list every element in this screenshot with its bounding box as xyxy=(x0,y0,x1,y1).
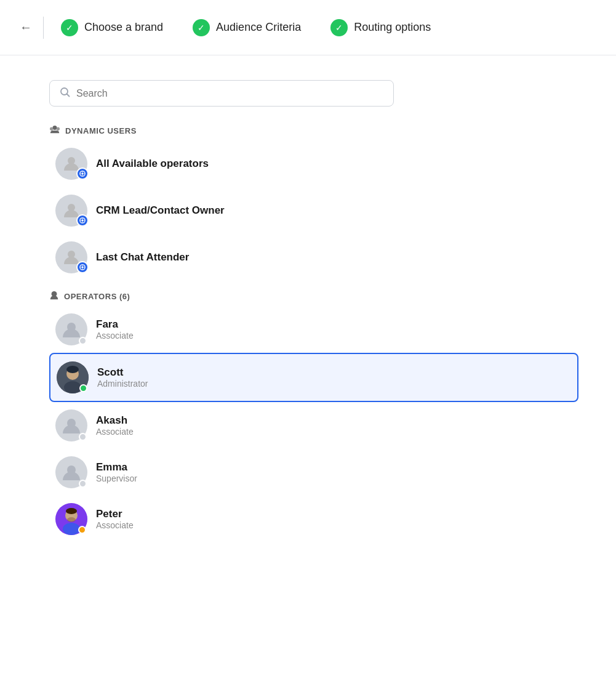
list-item-scott[interactable]: Scott Administrator xyxy=(49,353,578,402)
steps-nav: ✓ Choose a brand ✓ Audience Criteria ✓ R… xyxy=(61,19,431,36)
avatar-akash xyxy=(55,409,87,441)
avatar-emma xyxy=(55,456,87,488)
item-name-crm-lead: CRM Lead/Contact Owner xyxy=(96,204,225,217)
svg-point-38 xyxy=(67,517,76,522)
item-name-scott: Scott xyxy=(97,366,148,379)
back-button[interactable]: ← xyxy=(20,20,32,34)
item-text-all-available: All Available operators xyxy=(96,158,209,170)
svg-point-31 xyxy=(66,366,79,373)
search-input[interactable] xyxy=(76,88,383,99)
item-role-fara: Associate xyxy=(96,331,134,341)
operators-section: OPERATORS (6) Fara Associate xyxy=(49,291,578,542)
item-name-peter: Peter xyxy=(96,508,134,520)
item-role-emma: Supervisor xyxy=(96,474,137,483)
item-name-fara: Fara xyxy=(96,318,134,331)
item-text-akash: Akash Associate xyxy=(96,414,134,437)
svg-point-7 xyxy=(81,172,83,174)
list-item-all-available[interactable]: All Available operators xyxy=(49,140,578,187)
avatar-last-chat xyxy=(55,241,87,273)
step-label-2: Audience Criteria xyxy=(216,21,301,34)
svg-point-3 xyxy=(57,127,60,131)
svg-line-1 xyxy=(67,94,70,97)
status-dot-peter xyxy=(78,526,86,534)
item-text-crm-lead: CRM Lead/Contact Owner xyxy=(96,204,225,217)
item-text-emma: Emma Supervisor xyxy=(96,461,137,483)
dynamic-badge-all-available xyxy=(76,167,89,180)
avatar-crm-lead xyxy=(55,195,87,227)
svg-point-14 xyxy=(81,219,83,221)
header-divider xyxy=(43,17,44,39)
list-item-emma[interactable]: Emma Supervisor xyxy=(49,449,578,496)
item-name-last-chat: Last Chat Attender xyxy=(96,251,189,264)
svg-point-4 xyxy=(50,127,53,131)
svg-point-36 xyxy=(63,523,80,535)
dynamic-users-label: DYNAMIC USERS xyxy=(65,126,137,135)
item-name-all-available: All Available operators xyxy=(96,158,209,170)
item-name-emma: Emma xyxy=(96,461,137,474)
item-text-peter: Peter Associate xyxy=(96,508,134,530)
item-text-last-chat: Last Chat Attender xyxy=(96,251,189,264)
dynamic-badge-last-chat xyxy=(76,261,89,273)
step-check-icon-3: ✓ xyxy=(330,19,348,36)
list-item-akash[interactable]: Akash Associate xyxy=(49,402,578,449)
step-label-1: Choose a brand xyxy=(84,21,163,34)
avatar-all-available xyxy=(55,148,87,180)
operators-icon xyxy=(49,291,59,302)
dynamic-users-icon xyxy=(49,125,60,137)
operators-header: OPERATORS (6) xyxy=(49,291,578,302)
back-arrow-icon: ← xyxy=(20,20,32,34)
step-choose-brand: ✓ Choose a brand xyxy=(61,19,163,36)
step-check-icon-1: ✓ xyxy=(61,19,78,36)
status-dot-emma xyxy=(79,480,87,488)
item-role-scott: Administrator xyxy=(97,379,148,389)
step-audience-criteria: ✓ Audience Criteria xyxy=(193,19,301,36)
list-item-fara[interactable]: Fara Associate xyxy=(49,306,578,353)
list-item-crm-lead[interactable]: CRM Lead/Contact Owner xyxy=(49,187,578,234)
operators-label: OPERATORS (6) xyxy=(64,292,130,301)
status-dot-fara xyxy=(79,337,87,345)
list-container: DYNAMIC USERS xyxy=(49,125,578,542)
svg-point-30 xyxy=(64,381,81,393)
list-item-last-chat[interactable]: Last Chat Attender xyxy=(49,234,578,281)
item-role-akash: Associate xyxy=(96,427,134,437)
item-text-scott: Scott Administrator xyxy=(97,366,148,389)
item-text-fara: Fara Associate xyxy=(96,318,134,341)
avatar-fara xyxy=(55,313,87,345)
step-check-icon-2: ✓ xyxy=(193,19,210,36)
item-role-peter: Associate xyxy=(96,520,134,530)
svg-point-2 xyxy=(52,126,57,130)
svg-point-21 xyxy=(81,266,83,268)
search-box[interactable] xyxy=(49,80,394,107)
header: ← ✓ Choose a brand ✓ Audience Criteria ✓… xyxy=(0,0,616,55)
step-routing-options: ✓ Routing options xyxy=(330,19,431,36)
item-name-akash: Akash xyxy=(96,414,134,427)
dynamic-badge-crm-lead xyxy=(76,214,89,227)
step-label-3: Routing options xyxy=(354,21,431,34)
svg-point-37 xyxy=(66,508,77,514)
status-dot-akash xyxy=(79,433,87,441)
dynamic-users-header: DYNAMIC USERS xyxy=(49,125,578,137)
search-icon xyxy=(60,87,70,100)
status-dot-scott xyxy=(79,384,87,392)
main-content: DYNAMIC USERS xyxy=(0,55,616,577)
dynamic-users-section: DYNAMIC USERS xyxy=(49,125,578,281)
list-item-peter[interactable]: Peter Associate xyxy=(49,496,578,542)
